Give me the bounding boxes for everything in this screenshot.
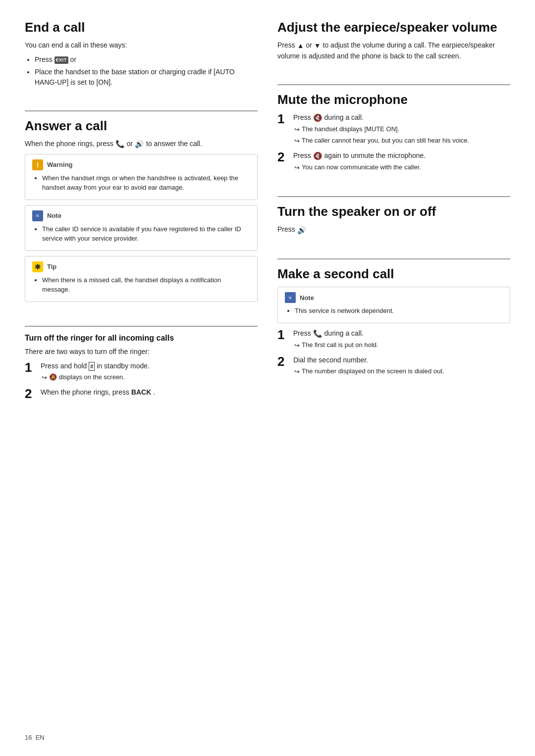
phone-icon-2: 📞 — [313, 328, 322, 340]
list-item: Press EXIT or — [35, 54, 258, 65]
section-adjust-volume: Adjust the earpiece/speaker volume Press… — [277, 20, 510, 70]
second-call-step-1: 1 Press 📞 during a call. ↪ The first cal… — [277, 328, 510, 351]
place-handset-text: Place the handset to the base station or… — [35, 68, 235, 86]
divider — [25, 326, 258, 327]
step-num: 1 — [277, 328, 288, 341]
divider — [277, 258, 510, 259]
right-column: Adjust the earpiece/speaker volume Press… — [277, 20, 510, 415]
step-1: 1 Press and hold # in standby mode. ↪ 🔕 … — [25, 361, 258, 382]
divider — [277, 196, 510, 197]
ringer-intro: There are two ways to turn off the ringe… — [25, 347, 258, 357]
mute-steps: 1 Press 🔇 during a call. ↪ The handset d… — [277, 112, 510, 173]
answer-a-call-title: Answer a call — [25, 118, 258, 134]
warning-box: ! Warning When the handset rings or when… — [25, 154, 258, 200]
or-label: or — [70, 55, 76, 63]
section-answer-a-call: Answer a call When the phone rings, pres… — [25, 118, 258, 312]
tip-icon: ✱ — [32, 261, 43, 272]
end-a-call-title: End a call — [25, 20, 258, 35]
section-mute-microphone: Mute the microphone 1 Press 🔇 during a c… — [277, 92, 510, 183]
end-a-call-list: Press EXIT or Place the handset to the b… — [35, 54, 258, 88]
step-2: 2 When the phone rings, press BACK . — [25, 387, 258, 400]
adjust-volume-title: Adjust the earpiece/speaker volume — [277, 20, 510, 35]
vol-up-icon: ▲ — [297, 41, 304, 51]
make-second-call-title: Make a second call — [277, 266, 510, 282]
note-icon-2: ≡ — [285, 292, 296, 303]
warning-text: When the handset rings or when the hands… — [42, 173, 250, 193]
answer-intro: When the phone rings, press 📞 or 🔊 to an… — [25, 139, 258, 150]
mute-step-1: 1 Press 🔇 during a call. ↪ The handset d… — [277, 112, 510, 146]
hash-icon: # — [89, 362, 95, 371]
adjust-volume-text: Press ▲ or ▼ to adjust the volume during… — [277, 40, 510, 61]
step-num: 2 — [277, 355, 288, 368]
note-icon: ≡ — [32, 210, 43, 221]
note-text-2: This service is network dependent. — [295, 306, 503, 316]
tip-text: When there is a missed call, the handset… — [42, 275, 250, 295]
second-call-step-2: 2 Dial the second number. ↪ The number d… — [277, 355, 510, 376]
vol-down-icon: ▼ — [314, 41, 321, 51]
list-item: Place the handset to the base station or… — [35, 67, 258, 88]
press-label: Press — [35, 55, 54, 63]
note-label: Note — [47, 212, 61, 219]
note-box: ≡ Note The caller ID service is availabl… — [25, 205, 258, 251]
phone-icon: 📞 — [115, 139, 125, 150]
section-turn-off-ringer: Turn off the ringer for all incoming cal… — [25, 334, 258, 410]
left-column: End a call You can end a call in these w… — [25, 20, 258, 415]
turn-speaker-title: Turn the speaker on or off — [277, 204, 510, 219]
ringer-steps: 1 Press and hold # in standby mode. ↪ 🔕 … — [25, 361, 258, 400]
step-num: 1 — [277, 112, 288, 125]
bell-off-icon: 🔕 — [49, 373, 57, 382]
turn-speaker-text: Press 🔊 — [277, 224, 510, 236]
page-number: 16 EN — [25, 734, 45, 741]
note-label-2: Note — [300, 294, 314, 302]
second-call-steps: 1 Press 📞 during a call. ↪ The first cal… — [277, 328, 510, 377]
back-label: BACK — [131, 388, 151, 396]
step-num-2: 2 — [25, 387, 36, 400]
mute-title: Mute the microphone — [277, 92, 510, 107]
exit-icon: EXIT — [54, 56, 68, 64]
warning-icon: ! — [32, 159, 43, 170]
tip-label: Tip — [47, 263, 56, 270]
mute-step-2: 2 Press 🔇 again to unmute the microphone… — [277, 151, 510, 173]
speaker-icon: 🔊 — [297, 225, 307, 236]
end-a-call-intro: You can end a call in these ways: — [25, 40, 258, 50]
step-num: 2 — [277, 151, 288, 163]
tip-box: ✱ Tip When there is a missed call, the h… — [25, 256, 258, 302]
mute-icon-2: 🔇 — [313, 151, 322, 162]
divider — [277, 84, 510, 85]
speaker-icon-small: 🔊 — [135, 139, 144, 150]
arrow-icon: ↪ — [42, 373, 47, 382]
section-end-a-call: End a call You can end a call in these w… — [25, 20, 258, 97]
warning-label: Warning — [47, 161, 73, 168]
step-num-1: 1 — [25, 361, 36, 374]
note-box-2: ≡ Note This service is network dependent… — [277, 287, 510, 323]
section-turn-speaker: Turn the speaker on or off Press 🔊 — [277, 204, 510, 245]
ringer-title: Turn off the ringer for all incoming cal… — [25, 334, 258, 343]
mute-icon-1: 🔇 — [313, 112, 322, 124]
divider — [25, 110, 258, 111]
note-text: The caller ID service is available if yo… — [42, 224, 250, 244]
section-make-second-call: Make a second call ≡ Note This service i… — [277, 266, 510, 386]
